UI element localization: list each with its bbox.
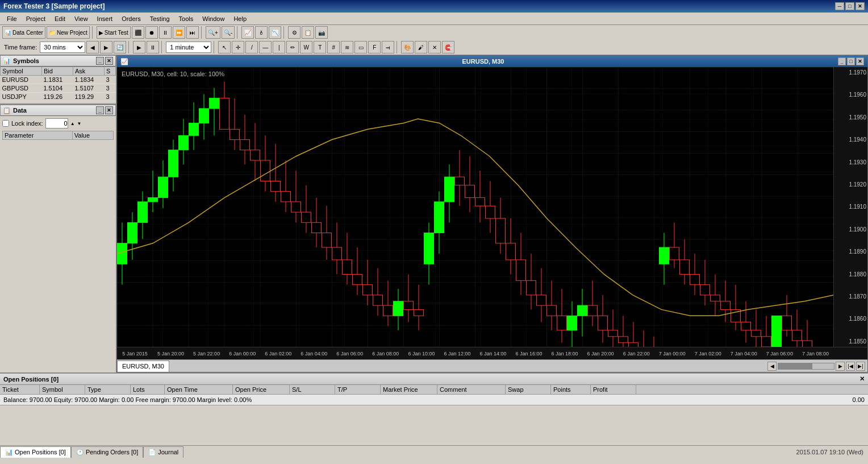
start-test-icon: ▶ xyxy=(99,30,103,36)
time-label: 6 Jan 20:00 xyxy=(583,351,619,357)
symbols-close-button[interactable]: ✕ xyxy=(105,57,113,65)
sync-icon: 🔄 xyxy=(116,44,123,51)
col-symbol: Symbol xyxy=(1,67,42,76)
fib-tool[interactable]: ≋ xyxy=(341,41,353,53)
menu-help[interactable]: Help xyxy=(229,14,251,23)
fib2-icon: F xyxy=(373,44,376,51)
fib2-tool[interactable]: F xyxy=(368,41,381,53)
hline-tool[interactable]: — xyxy=(259,41,272,53)
screenshot-button[interactable]: 📷 xyxy=(315,26,328,39)
menu-edit[interactable]: Edit xyxy=(50,14,70,23)
scroll-right-button[interactable]: ▶ xyxy=(836,362,845,371)
scroll-left-button[interactable]: ◀ xyxy=(767,362,777,371)
timeframe-select[interactable]: 30 mins xyxy=(40,42,85,53)
tab-pending-orders[interactable]: 🕐 Pending Orders [0] xyxy=(71,446,143,458)
minimize-button[interactable]: ─ xyxy=(835,2,844,10)
fill-icon: 🖌 xyxy=(418,44,424,51)
chart-close-button[interactable]: ✕ xyxy=(856,57,864,65)
pause-button[interactable]: ⏸ xyxy=(159,26,172,39)
menu-file[interactable]: File xyxy=(2,14,22,23)
positions-col-type: Type xyxy=(85,385,131,394)
col-s: S xyxy=(105,67,116,76)
menu-insert[interactable]: Insert xyxy=(93,14,118,23)
pencil-tool[interactable]: ✏ xyxy=(286,41,299,53)
time-label: 6 Jan 02:00 xyxy=(260,351,296,357)
text2-tool[interactable]: T xyxy=(314,41,326,53)
chart-maximize-button[interactable]: □ xyxy=(847,57,855,65)
menu-bar: File Project Edit View Insert Orders Tes… xyxy=(0,13,868,25)
symbol-row[interactable]: USDJPY119.26119.293 xyxy=(1,93,116,101)
menu-view[interactable]: View xyxy=(70,14,93,23)
fill-tool[interactable]: 🖌 xyxy=(415,41,427,53)
cursor-tool[interactable]: ↖ xyxy=(218,41,231,53)
number-tool[interactable]: # xyxy=(327,41,340,53)
interval-select[interactable]: 1 minute xyxy=(166,42,211,53)
channel-tool[interactable]: ⫤ xyxy=(382,41,394,53)
symbol-ask: 119.29 xyxy=(73,93,104,101)
zoom-out-button[interactable]: 🔍- xyxy=(222,26,235,39)
symbols-minimize-button[interactable]: _ xyxy=(96,57,104,65)
line-tool[interactable]: / xyxy=(245,41,258,53)
play-button[interactable]: ▶ xyxy=(133,41,145,53)
time-label: 6 Jan 08:00 xyxy=(368,351,403,357)
scrollbar-thumb[interactable] xyxy=(778,363,812,369)
text-tool[interactable]: W xyxy=(300,41,312,53)
start-test-button[interactable]: ▶ Start Test xyxy=(97,26,131,39)
data-minimize-button[interactable]: _ xyxy=(96,106,104,114)
zoom-in-icon: 🔍+ xyxy=(208,30,218,36)
lock-checkbox[interactable] xyxy=(2,120,9,127)
vline-tool[interactable]: | xyxy=(273,41,285,53)
new-project-button[interactable]: 📁 New Project xyxy=(47,26,90,39)
chart-body[interactable]: EURUSD, M30, cell: 10, scale: 100% 1.197… xyxy=(117,67,867,347)
tab-journal[interactable]: 📄 Journal xyxy=(143,446,183,458)
timeframe-prev-button[interactable]: ◀ xyxy=(86,41,99,53)
lock-spindown[interactable]: ▼ xyxy=(77,121,82,126)
indicator-button[interactable]: ⚙ xyxy=(288,26,301,39)
color-tool[interactable]: 🎨 xyxy=(401,41,414,53)
data-col-param: Parameter xyxy=(3,131,73,140)
positions-close-button[interactable]: ✕ xyxy=(859,375,865,383)
crosshair-tool[interactable]: ✛ xyxy=(232,41,244,53)
indicator-icon: ⚙ xyxy=(292,30,297,36)
data-center-button[interactable]: 📊 Data Center xyxy=(2,26,45,39)
scroll-end-button[interactable]: ▶| xyxy=(856,362,865,371)
rect-tool[interactable]: ▭ xyxy=(354,41,367,53)
chart-type-bar[interactable]: 📈 xyxy=(241,26,254,39)
magnet-tool[interactable]: 🧲 xyxy=(442,41,454,53)
menu-orders[interactable]: Orders xyxy=(117,14,145,23)
balance-bar: Balance: 9700.00 Equity: 9700.00 Margin:… xyxy=(0,395,868,405)
data-close-button[interactable]: ✕ xyxy=(105,106,113,114)
template-button[interactable]: 📋 xyxy=(302,26,314,39)
pause2-button[interactable]: ⏸ xyxy=(147,41,159,53)
chart-tab-eurusd[interactable]: EURUSD, M30 xyxy=(117,361,169,372)
maximize-button[interactable]: □ xyxy=(845,2,854,10)
toolbar-sep-3 xyxy=(237,26,239,39)
number-icon: # xyxy=(332,44,335,51)
chart-type-candle[interactable]: 🕯 xyxy=(255,26,268,39)
sync-button[interactable]: 🔄 xyxy=(114,41,126,53)
menu-project[interactable]: Project xyxy=(22,14,50,23)
zoom-in-button[interactable]: 🔍+ xyxy=(206,26,220,39)
menu-testing[interactable]: Testing xyxy=(145,14,174,23)
stop-icon-button[interactable]: ⬛ xyxy=(132,26,144,39)
stop-icon: ⬛ xyxy=(135,30,141,36)
step-forward-button[interactable]: ⏭ xyxy=(186,26,199,39)
chart-type-line[interactable]: 📉 xyxy=(269,26,281,39)
record-button[interactable]: ⏺ xyxy=(145,26,158,39)
symbol-row[interactable]: GBPUSD1.51041.51073 xyxy=(1,84,116,93)
fast-forward-button[interactable]: ⏩ xyxy=(173,26,185,39)
lock-input[interactable]: 0 xyxy=(45,118,68,129)
timeframe-next-button[interactable]: ▶ xyxy=(100,41,112,53)
symbol-row[interactable]: EURUSD1.18311.18343 xyxy=(1,76,116,84)
scrollbar-track[interactable] xyxy=(778,363,834,370)
menu-tools[interactable]: Tools xyxy=(174,14,198,23)
title-bar: Forex Tester 3 [Sample project] ─ □ ✕ xyxy=(0,0,868,13)
close-button[interactable]: ✕ xyxy=(856,2,865,10)
price-label: 1.1890 xyxy=(835,248,866,255)
scroll-home-button[interactable]: |◀ xyxy=(846,362,855,371)
chart-minimize-button[interactable]: _ xyxy=(838,57,846,65)
tab-open-positions[interactable]: 📊 Open Positions [0] xyxy=(0,446,71,458)
delete-tool[interactable]: ✕ xyxy=(428,41,441,53)
menu-window[interactable]: Window xyxy=(198,14,229,23)
lock-spinup[interactable]: ▲ xyxy=(70,121,75,126)
